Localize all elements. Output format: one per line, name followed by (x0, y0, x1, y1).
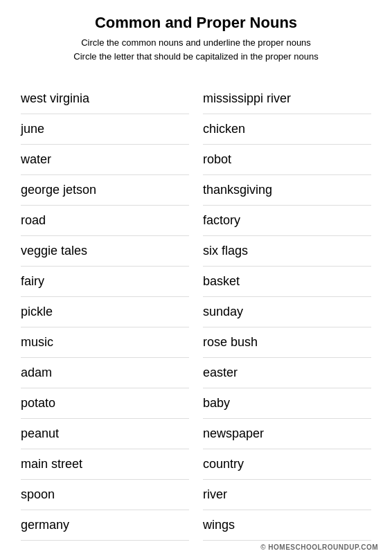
word-right-9: easter (203, 358, 371, 388)
word-right-1: chicken (203, 114, 371, 145)
word-left-12: main street (21, 449, 189, 480)
page-title: Common and Proper Nouns (21, 14, 371, 32)
word-left-9: adam (21, 358, 189, 388)
word-left-6: fairy (21, 267, 189, 297)
word-left-11: peanut (21, 419, 189, 449)
word-right-2: robot (203, 145, 371, 175)
word-left-5: veggie tales (21, 236, 189, 267)
word-right-10: baby (203, 388, 371, 419)
word-left-3: george jetson (21, 175, 189, 206)
word-left-2: water (21, 145, 189, 175)
word-right-13: river (203, 480, 371, 510)
word-left-8: music (21, 327, 189, 358)
instruction-line-2: Circle the letter that should be capital… (21, 50, 371, 64)
word-right-11: newspaper (203, 419, 371, 449)
word-left-4: road (21, 206, 189, 236)
word-right-0: mississippi river (203, 84, 371, 114)
word-right-7: sunday (203, 297, 371, 327)
word-left-10: potato (21, 388, 189, 419)
word-left-1: june (21, 114, 189, 145)
word-left-0: west virginia (21, 84, 189, 114)
word-right-8: rose bush (203, 327, 371, 358)
word-right-5: six flags (203, 236, 371, 267)
word-grid: west virginiamississippi riverjunechicke… (21, 84, 371, 541)
word-right-12: country (203, 449, 371, 480)
word-left-13: spoon (21, 480, 189, 510)
instruction-line-1: Circle the common nouns and underline th… (21, 36, 371, 50)
footer-credit: © homeschoolroundup.com (260, 543, 378, 551)
word-right-4: factory (203, 206, 371, 236)
word-right-14: wings (203, 510, 371, 541)
word-right-6: basket (203, 267, 371, 297)
page-header: Common and Proper Nouns Circle the commo… (21, 14, 371, 63)
word-left-7: pickle (21, 297, 189, 327)
word-left-14: germany (21, 510, 189, 541)
word-right-3: thanksgiving (203, 175, 371, 206)
